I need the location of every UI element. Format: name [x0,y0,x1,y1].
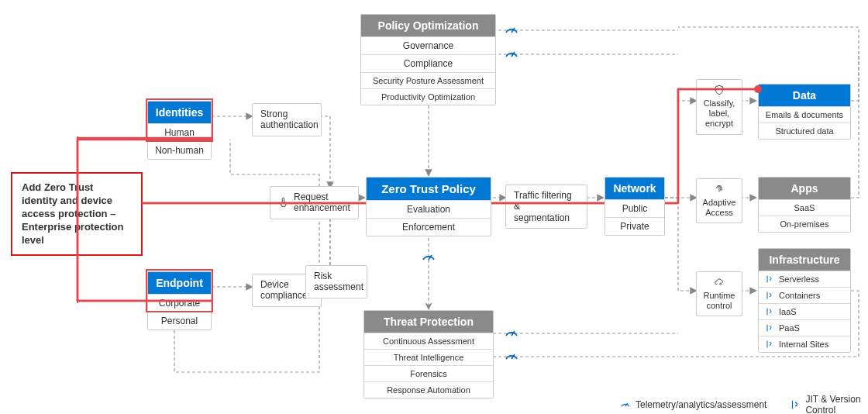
jit-icon [765,307,774,316]
apps-box: Apps SaaS On-premises [758,177,851,233]
ztp-row-enforcement: Enforcement [367,218,491,236]
jit-icon [790,399,801,410]
jit-icon [765,291,774,300]
label-risk-assessment-text: Risk assessment [314,271,363,293]
ztp-row-evaluation: Evaluation [367,200,491,218]
network-row-public: Public [605,199,664,217]
network-box: Network Public Private [604,177,665,236]
po-row-compliance: Compliance [361,54,495,72]
label-traffic-text: Traffic filtering & segmentation [514,190,579,223]
data-row-emails: Emails & documents [759,106,850,122]
infra-title: Infrastructure [759,249,850,271]
policy-optimization-title: Policy Optimization [361,15,495,36]
threat-title: Threat Protection [364,311,493,333]
identities-title: Identities [148,102,211,123]
label-traffic: Traffic filtering & segmentation [505,185,587,229]
jit-icon [765,323,774,333]
infra-row-serverless: Serverless [759,271,850,287]
label-device-compliance-text: Device compliance [260,279,308,302]
hand-point-icon [278,197,289,208]
jit-icon [765,274,774,284]
identities-row-human: Human [148,123,211,141]
fingerprint-icon [714,184,725,195]
callout-box: Add Zero Trust identity and device acces… [11,172,143,256]
identities-box: Identities Human Non-human [147,101,212,160]
po-row-spa: Security Posture Assessment [361,72,495,88]
label-risk-assessment: Risk assessment [305,265,367,298]
label-strong-auth: Strong authentication [252,103,322,136]
threat-row-intel: Threat Intelligence [364,349,493,365]
threat-row-forensics: Forensics [364,365,493,381]
label-runtime: Runtime control [696,271,742,316]
data-title: Data [759,85,850,106]
label-adaptive-text: Adaptive Access [703,198,736,218]
zero-trust-policy-box: Zero Trust Policy Evaluation Enforcement [366,177,491,236]
callout-text: Add Zero Trust identity and device acces… [22,181,123,246]
svg-line-4 [512,354,515,359]
shield-icon [714,85,725,95]
label-request-enhancement-text: Request enhancement [294,191,350,214]
po-row-governance: Governance [361,36,495,54]
infra-row-internal: Internal Sites [759,336,850,352]
po-row-productivity: Productivity Optimization [361,88,495,105]
infra-row-iaas: IaaS [759,303,850,319]
svg-point-5 [720,283,722,285]
legend: Telemetry/analytics/assessment JIT & Ver… [620,394,868,414]
endpoint-box: Endpoint Corporate Personal [147,271,212,330]
infra-row-paas: PaaS [759,319,850,336]
svg-line-3 [512,331,515,336]
policy-optimization-box: Policy Optimization Governance Complianc… [360,14,496,105]
ztp-title: Zero Trust Policy [367,178,491,200]
identities-row-nonhuman: Non-human [148,141,211,159]
label-adaptive: Adaptive Access [696,178,742,223]
network-title: Network [605,178,664,199]
svg-line-0 [512,28,515,33]
endpoint-row-personal: Personal [148,312,211,329]
cloud-gear-icon [714,277,725,288]
threat-row-continuous: Continuous Assessment [364,333,493,349]
threat-protection-box: Threat Protection Continuous Assessment … [363,310,494,398]
apps-row-saas: SaaS [759,199,850,216]
network-row-private: Private [605,217,664,235]
jit-icon [765,340,774,349]
label-request-enhancement: Request enhancement [270,186,359,219]
endpoint-title: Endpoint [148,272,211,294]
apps-row-onprem: On-premises [759,216,850,232]
label-classify: Classify, label, encrypt [696,79,742,135]
svg-line-2 [429,255,432,260]
legend-telemetry: Telemetry/analytics/assessment [620,399,766,410]
label-runtime-text: Runtime control [704,291,735,311]
data-box: Data Emails & documents Structured data [758,84,851,140]
endpoint-row-corporate: Corporate [148,294,211,312]
data-row-structured: Structured data [759,122,850,139]
gauge-icon [620,399,631,410]
infra-row-containers: Containers [759,287,850,303]
apps-title: Apps [759,178,850,199]
infrastructure-box: Infrastructure Serverless Containers Iaa… [758,248,851,353]
label-strong-auth-text: Strong authentication [260,109,319,131]
svg-line-1 [512,52,515,57]
threat-row-response: Response Automation [364,381,493,398]
label-classify-text: Classify, label, encrypt [704,98,735,129]
legend-jit: JIT & Version Control [790,394,868,414]
